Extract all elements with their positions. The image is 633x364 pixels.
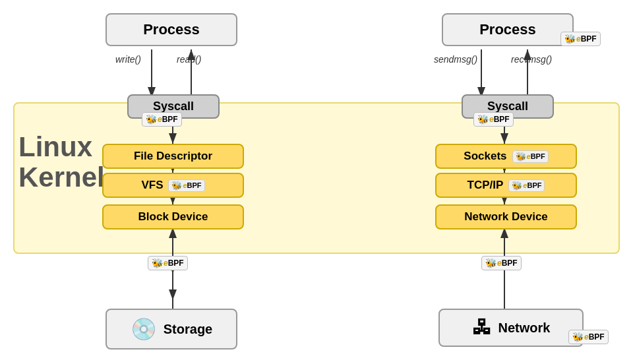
ebpf-text-1: BPF	[162, 115, 178, 124]
vfs-ebpf: 🐝eBPF	[168, 179, 204, 192]
kernel-label: Linux Kernel	[18, 132, 105, 193]
right-syscall-label: Syscall	[487, 100, 528, 113]
tcpip-ebpf: 🐝eBPF	[508, 179, 545, 192]
diagram: Linux Kernel	[0, 0, 633, 364]
network-device-box: Network Device	[435, 204, 577, 229]
network-ebpf: 🐝eBPF	[568, 330, 609, 344]
right-process-label: Process	[479, 21, 536, 38]
bee-icon: 🐝	[146, 114, 157, 125]
sendmsg-label: sendmsg()	[434, 54, 477, 65]
block-device-box: Block Device	[102, 204, 244, 229]
sockets-label: Sockets	[464, 150, 506, 163]
network-device-label: Network Device	[464, 210, 548, 223]
vfs-box: VFS 🐝eBPF	[102, 173, 244, 198]
right-syscall-ebpf: 🐝eBPF	[473, 112, 514, 127]
left-below-kernel-ebpf: 🐝eBPF	[148, 256, 188, 270]
sockets-box: Sockets 🐝eBPF	[435, 144, 577, 169]
block-device-label: Block Device	[138, 210, 208, 223]
right-process-box: Process	[442, 13, 574, 46]
network-label: Network	[498, 320, 551, 336]
file-descriptor-box: File Descriptor	[102, 144, 244, 169]
recvmsg-label: recvmsg()	[511, 54, 552, 65]
storage-icon: 💿	[131, 317, 157, 342]
left-process-label: Process	[143, 21, 200, 38]
storage-box: 💿 Storage	[106, 309, 237, 349]
network-box: 🖧 Network	[438, 309, 584, 347]
tcpip-box: TCP/IP 🐝eBPF	[435, 173, 577, 198]
right-process-ebpf: 🐝eBPF	[560, 32, 601, 46]
right-below-kernel-ebpf: 🐝eBPF	[481, 256, 522, 270]
left-syscall-ebpf: 🐝eBPF	[142, 112, 182, 127]
left-process-box: Process	[106, 13, 237, 46]
storage-label: Storage	[164, 322, 212, 337]
write-label: write()	[115, 54, 141, 65]
sockets-ebpf: 🐝eBPF	[512, 150, 549, 163]
vfs-label: VFS	[141, 179, 163, 192]
tcpip-label: TCP/IP	[467, 179, 504, 192]
network-card-icon: 🖧	[472, 317, 492, 339]
left-syscall-label: Syscall	[153, 100, 194, 113]
file-descriptor-label: File Descriptor	[134, 150, 212, 162]
read-label: read()	[177, 54, 201, 65]
